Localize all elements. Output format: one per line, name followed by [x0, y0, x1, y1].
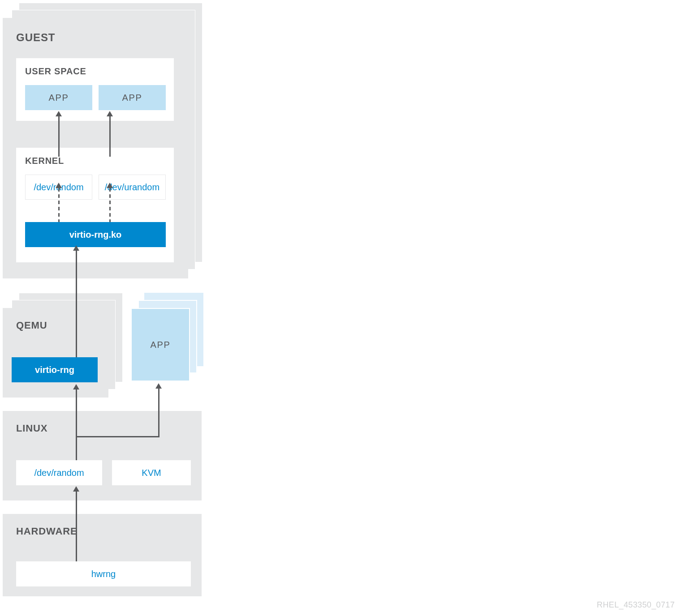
arrow-qemu-kernel-line: [76, 250, 77, 357]
arrow-ko-devurandom-d3: [109, 201, 111, 204]
hardware-panel: HARDWARE hwrng: [3, 514, 202, 596]
kernel-panel: KERNEL /dev/random /dev/urandom virtio-r…: [16, 148, 174, 262]
kernel-title: KERNEL: [25, 156, 64, 166]
user-space-panel: USER SPACE APP APP: [16, 58, 174, 121]
hardware-title: HARDWARE: [16, 526, 78, 537]
arrow-branch-to-app: [158, 388, 159, 437]
qemu-panel: QEMU virtio-rng: [3, 308, 108, 398]
arrow-hwrng-devrandom-head: [73, 486, 79, 492]
arrow-ko-devrandom-d6: [58, 219, 60, 222]
arrow-devurandom-app-head: [107, 111, 113, 116]
arrow-qemu-kernel-head: [73, 245, 79, 251]
arrow-ko-devrandom-d2: [58, 194, 60, 198]
arrow-ko-devurandom-head: [107, 183, 113, 188]
arrow-ko-devurandom-d4: [109, 207, 111, 210]
virtio-rng: virtio-rng: [12, 357, 98, 382]
hwrng: hwrng: [16, 561, 191, 586]
diagram-id: RHEL_453350_0717: [597, 600, 675, 610]
user-space-title: USER SPACE: [25, 66, 86, 77]
arrow-devrandom-qemu-head: [73, 384, 79, 389]
arrow-ko-devrandom-d5: [58, 213, 60, 217]
guest-app-2: APP: [99, 85, 166, 110]
arrow-devrandom-app-line: [58, 116, 60, 157]
arrow-hwrng-devrandom-line: [76, 491, 77, 561]
linux-dev-random: /dev/random: [16, 460, 102, 485]
guest-panel: GUEST USER SPACE APP APP KERNEL /dev/ran…: [3, 18, 188, 278]
guest-app-1: APP: [25, 85, 92, 110]
arrow-branch-horizontal: [76, 436, 159, 437]
linux-title: LINUX: [16, 423, 47, 434]
arrow-ko-devrandom-d4: [58, 207, 60, 210]
guest-title: GUEST: [16, 31, 55, 44]
arrow-ko-devrandom-d3: [58, 201, 60, 204]
arrow-ko-devurandom-d6: [109, 219, 111, 222]
arrow-branch-to-app-head: [155, 383, 162, 389]
arrow-ko-devrandom-head: [56, 183, 62, 188]
linux-panel: LINUX /dev/random KVM: [3, 411, 202, 500]
diagram-canvas: GUEST USER SPACE APP APP KERNEL /dev/ran…: [0, 0, 681, 616]
arrow-ko-devrandom-d1: [58, 188, 60, 192]
qemu-title: QEMU: [16, 320, 47, 331]
host-app: APP: [131, 308, 190, 381]
arrow-ko-devurandom-d5: [109, 213, 111, 217]
arrow-devrandom-app-head: [56, 111, 62, 116]
arrow-devurandom-app-line: [109, 116, 111, 157]
arrow-devrandom-up-line: [76, 389, 77, 460]
linux-kvm: KVM: [112, 460, 191, 485]
arrow-ko-devurandom-d1: [109, 188, 111, 192]
virtio-rng-ko: virtio-rng.ko: [25, 222, 166, 247]
arrow-ko-devurandom-d2: [109, 194, 111, 198]
